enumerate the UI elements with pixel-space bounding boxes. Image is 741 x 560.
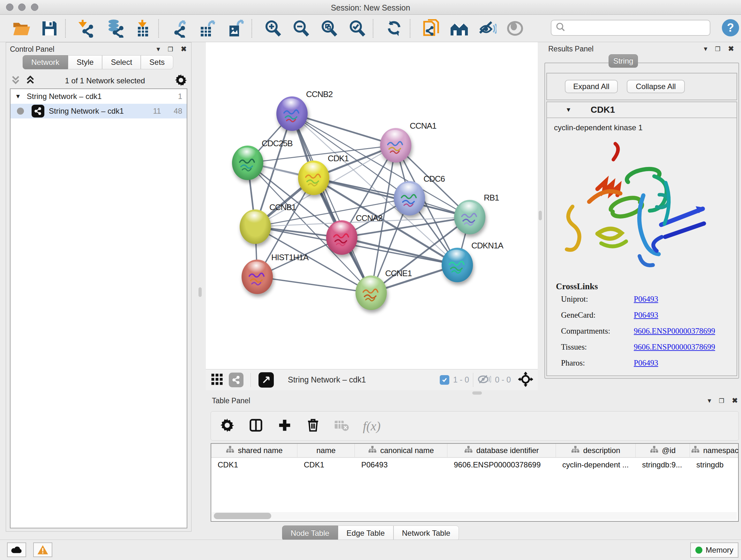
edge-CCNB2-CCNE1[interactable]: [292, 114, 371, 293]
delete-column-trash-icon[interactable]: [306, 418, 320, 434]
right-splitter-handle[interactable]: [539, 211, 542, 220]
column-header-description[interactable]: description: [556, 444, 636, 457]
node-CDKN1A[interactable]: [442, 248, 473, 282]
network-canvas[interactable]: CCNB2 CCNA1 CDC25B CDK1 CDC6 RB1CCNB1 CC…: [206, 42, 538, 369]
results-panel-collapse-icon[interactable]: ▾: [704, 45, 707, 53]
selected-checkbox-icon[interactable]: [440, 375, 449, 385]
toolbar-separator: [373, 19, 374, 38]
table-horizontal-scrollbar[interactable]: [212, 512, 737, 520]
tab-sets[interactable]: Sets: [141, 55, 173, 69]
add-column-icon[interactable]: [277, 418, 292, 434]
zoom-fit-button[interactable]: [319, 18, 339, 38]
show-all-button[interactable]: [506, 18, 525, 38]
network-row[interactable]: String Network – cdk1 11 48: [10, 104, 187, 118]
node-CDC6[interactable]: [394, 181, 425, 215]
memory-button[interactable]: Memory: [690, 543, 738, 558]
save-session-button[interactable]: [40, 18, 59, 38]
help-button[interactable]: ?: [722, 19, 739, 37]
column-header-database-identifier[interactable]: database identifier: [448, 444, 556, 457]
zoom-selected-button[interactable]: [347, 18, 367, 38]
network-from-document-button[interactable]: [421, 18, 441, 38]
node-CDK1[interactable]: [298, 161, 329, 195]
table-panel-close-icon[interactable]: ✖: [732, 396, 738, 405]
expand-all-button[interactable]: Expand All: [565, 80, 618, 93]
collapse-all-button[interactable]: Collapse All: [627, 80, 685, 93]
results-panel-float-icon[interactable]: ❒: [715, 45, 721, 53]
search-box[interactable]: [551, 20, 711, 36]
open-session-button[interactable]: [11, 18, 31, 38]
crosslink-link[interactable]: P06493: [634, 295, 658, 304]
network-collection-row[interactable]: ▼ String Network – cdk1 1: [10, 89, 187, 104]
node-label-CDK1: CDK1: [328, 153, 348, 164]
crosslink-link[interactable]: P06493: [634, 311, 658, 320]
column-header-name[interactable]: name: [297, 444, 355, 457]
table-panel-collapse-icon[interactable]: ▾: [708, 396, 711, 405]
crosslink-link[interactable]: 9606.ENSP00000378699: [634, 327, 715, 335]
tree-expander-icon[interactable]: ▼: [15, 93, 21, 100]
tab-select[interactable]: Select: [102, 55, 141, 69]
expand-all-tree-icon[interactable]: [25, 75, 36, 87]
hide-selected-button[interactable]: [477, 18, 497, 38]
edge-HIST1H1A-CCNE1[interactable]: [257, 277, 371, 293]
export-table-button[interactable]: [198, 18, 218, 38]
import-network-file-button[interactable]: [77, 18, 96, 38]
import-network-database-button[interactable]: [105, 18, 125, 38]
node-CCNA2[interactable]: [326, 220, 357, 255]
tab-network[interactable]: Network: [23, 55, 68, 69]
table-row[interactable]: CDK1CDK1P064939606.ENSP00000378699cyclin…: [211, 458, 738, 472]
node-RB1[interactable]: [454, 200, 485, 234]
network-options-gear-icon[interactable]: [175, 74, 187, 88]
horizontal-splitter-handle[interactable]: [472, 391, 482, 395]
grid-view-icon[interactable]: [210, 373, 224, 387]
table-cell: P06493: [355, 458, 448, 472]
column-type-icon: [226, 445, 234, 455]
column-header--id[interactable]: @id: [636, 444, 690, 457]
toolbar-separator: [252, 19, 252, 38]
birdseye-crosshair-icon[interactable]: [518, 372, 533, 388]
node-CCNA1[interactable]: [380, 128, 411, 163]
results-panel-close-icon[interactable]: ✖: [728, 45, 734, 53]
column-header-namespace[interactable]: namespace: [690, 444, 739, 457]
gene-expander-icon[interactable]: ▼: [565, 106, 571, 113]
edge-CCNB2-CCNA1[interactable]: [292, 114, 396, 145]
column-header-shared-name[interactable]: shared name: [211, 444, 297, 457]
zoom-out-button[interactable]: [291, 18, 311, 38]
column-type-icon: [464, 445, 473, 455]
column-header-canonical-name[interactable]: canonical name: [355, 444, 448, 457]
node-CCNB2[interactable]: [276, 97, 308, 131]
network-share-view-icon[interactable]: [229, 373, 244, 387]
export-network-button[interactable]: [170, 18, 190, 38]
control-panel-close-icon[interactable]: ✖: [181, 45, 187, 53]
first-neighbors-button[interactable]: [449, 18, 469, 38]
table-panel-float-icon[interactable]: ❒: [719, 397, 724, 405]
export-image-button[interactable]: [226, 18, 246, 38]
tab-node-table[interactable]: Node Table: [282, 525, 338, 541]
crosslink-link[interactable]: P06493: [634, 359, 658, 368]
node-HIST1H1A[interactable]: [242, 260, 273, 294]
control-panel-float-icon[interactable]: ❒: [168, 46, 173, 53]
tab-edge-table[interactable]: Edge Table: [338, 525, 394, 541]
string-network-icon: [31, 105, 44, 118]
detach-view-icon[interactable]: [259, 372, 274, 388]
tab-style[interactable]: Style: [68, 55, 102, 69]
left-splitter-handle[interactable]: [199, 287, 202, 297]
node-CCNE1[interactable]: [355, 275, 387, 310]
refresh-button[interactable]: [384, 18, 404, 38]
zoom-in-button[interactable]: [263, 18, 283, 38]
import-table-button[interactable]: [133, 18, 152, 38]
gene-section-header[interactable]: ▼ CDK1: [547, 102, 737, 118]
control-panel-collapse-icon[interactable]: ▾: [156, 45, 160, 53]
column-type-icon: [650, 445, 659, 455]
cloud-status-button[interactable]: [7, 543, 26, 557]
crosslinks-title: CrossLinks: [556, 282, 737, 292]
crosslink-link[interactable]: 9606.ENSP00000378699: [634, 343, 715, 352]
split-columns-icon[interactable]: [249, 418, 263, 434]
warning-status-button[interactable]: [33, 543, 52, 557]
table-gear-icon[interactable]: [220, 418, 234, 434]
tab-string[interactable]: String: [609, 54, 638, 68]
node-CDC25B[interactable]: [232, 145, 263, 180]
collapse-all-tree-icon[interactable]: [10, 75, 21, 87]
tab-network-table[interactable]: Network Table: [394, 525, 459, 541]
search-input[interactable]: [566, 23, 710, 32]
node-CCNB1[interactable]: [240, 209, 271, 244]
